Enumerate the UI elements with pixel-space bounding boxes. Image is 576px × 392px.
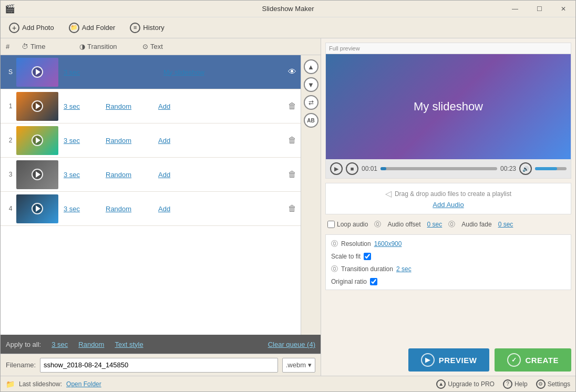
upgrade-button[interactable]: ▲ Upgrade to PRO <box>436 379 495 389</box>
history-label: History <box>143 24 164 32</box>
titlebar: 🎬 Slideshow Maker — ☐ ✕ <box>1 1 575 17</box>
slide-thumb-2 <box>16 126 58 155</box>
slide-transition-2[interactable]: Random <box>106 137 158 145</box>
apply-text-style[interactable]: Text style <box>115 341 143 348</box>
volume-fill <box>535 167 557 170</box>
apply-time[interactable]: 3 sec <box>52 341 68 348</box>
delete-icon-1[interactable]: 🗑 <box>288 101 296 111</box>
shuffle-button[interactable]: ⇄ <box>304 95 318 110</box>
minimize-button[interactable]: — <box>503 1 527 17</box>
resolution-value[interactable]: 1600x900 <box>374 240 402 247</box>
audio-section: ◁ Drag & drop audio files to create a pl… <box>325 183 571 214</box>
apply-transition[interactable]: Random <box>78 341 104 348</box>
ab-button[interactable]: AB <box>304 113 318 128</box>
title-play-overlay[interactable] <box>32 66 43 78</box>
move-down-button[interactable]: ▼ <box>304 77 318 92</box>
slide-text-1[interactable]: Add <box>158 102 205 110</box>
status-right: ▲ Upgrade to PRO ? Help ⚙ Settings <box>436 379 570 389</box>
preview-slide-title: My slideshow <box>414 100 483 114</box>
transition-duration-label: Transition duration <box>341 265 393 273</box>
audio-fade-value[interactable]: 0 sec <box>498 221 513 228</box>
help-icon: ? <box>503 379 512 389</box>
volume-button[interactable]: 🔊 <box>519 162 532 175</box>
slide-transition-4[interactable]: Random <box>106 205 158 213</box>
eye-icon[interactable]: 👁 <box>288 67 296 77</box>
open-folder-link[interactable]: Open Folder <box>66 380 101 388</box>
history-button[interactable]: ≡ History <box>127 20 167 35</box>
move-up-button[interactable]: ▲ <box>304 59 318 74</box>
slide-time-2[interactable]: 3 sec <box>64 137 106 145</box>
preview-label-btn: PREVIEW <box>439 356 477 365</box>
delete-icon-2[interactable]: 🗑 <box>288 136 296 145</box>
volume-bar[interactable] <box>535 167 567 170</box>
col-transition[interactable]: ◑ Transition <box>79 43 142 50</box>
col-text[interactable]: ⊙ Text <box>142 43 195 50</box>
title-text-col: My slideshow <box>163 68 211 76</box>
settings-label: Settings <box>548 380 570 388</box>
slide-text-3[interactable]: Add <box>158 171 205 179</box>
slide-text-2[interactable]: Add <box>158 137 205 145</box>
add-folder-button[interactable]: 📁 Add Folder <box>66 20 119 35</box>
delete-icon-3[interactable]: 🗑 <box>288 170 296 179</box>
slide-text-4[interactable]: Add <box>158 205 205 213</box>
add-audio-link[interactable]: Add Audio <box>331 201 565 209</box>
play-overlay-2[interactable] <box>32 135 43 146</box>
slide-transition-1[interactable]: Random <box>106 102 158 110</box>
transition-icon: ◑ <box>79 43 85 50</box>
slide-time-3[interactable]: 3 sec <box>64 171 106 179</box>
progress-bar[interactable] <box>380 167 497 170</box>
help-button[interactable]: ? Help <box>503 379 528 389</box>
scale-to-fit-row: Scale to fit <box>331 252 448 261</box>
play-triangle <box>36 69 40 75</box>
left-panel: # ⏱ Time ◑ Transition ⊙ Text S <box>1 38 321 376</box>
delete-icon-4[interactable]: 🗑 <box>288 204 296 213</box>
scale-to-fit-checkbox[interactable] <box>364 253 371 260</box>
settings-button[interactable]: ⚙ Settings <box>536 379 570 389</box>
clear-queue[interactable]: Clear queue (4) <box>268 341 315 348</box>
play-button[interactable]: ▶ <box>330 162 343 175</box>
transition-help[interactable]: ⓪ <box>331 264 338 274</box>
table-row: 1 3 sec Random Add 🗑 <box>1 89 301 123</box>
title-slide-row: S 3 sec My slideshow 👁 <box>1 55 301 89</box>
create-button[interactable]: ✓ CREATE <box>495 348 571 372</box>
slide-num-4: 4 <box>5 205 16 212</box>
stop-button[interactable]: ■ <box>346 162 358 175</box>
ratio-label: Original ratio <box>331 278 367 285</box>
ext-dropdown[interactable]: .webm ▾ <box>282 358 315 373</box>
col-time[interactable]: ⏱ Time <box>22 43 79 50</box>
upgrade-icon: ▲ <box>436 379 446 389</box>
right-panel: Full preview My slideshow ▶ ■ 00:01 00:2… <box>321 38 575 376</box>
transition-duration-value[interactable]: 2 sec <box>396 265 412 273</box>
close-button[interactable]: ✕ <box>551 1 575 17</box>
resolution-row: ⓪ Resolution 1600x900 <box>331 238 448 250</box>
original-ratio-checkbox[interactable] <box>370 278 377 285</box>
resolution-label: Resolution <box>341 240 371 247</box>
play-overlay-3[interactable] <box>32 169 43 180</box>
preview-label: Full preview <box>326 43 571 54</box>
maximize-button[interactable]: ☐ <box>527 1 551 17</box>
play-overlay-1[interactable] <box>32 100 43 112</box>
audio-fade-help[interactable]: ⓪ <box>448 220 455 229</box>
settings-icon: ⚙ <box>536 379 546 389</box>
audio-drop-area[interactable]: ◁ Drag & drop audio files to create a pl… <box>331 189 565 199</box>
resolution-help[interactable]: ⓪ <box>331 239 338 249</box>
main-area: # ⏱ Time ◑ Transition ⊙ Text S <box>1 38 575 376</box>
slide-transition-3[interactable]: Random <box>106 171 158 179</box>
toolbar: + Add Photo 📁 Add Folder ≡ History <box>1 17 575 38</box>
audio-offset-help[interactable]: ⓪ <box>374 220 381 229</box>
slide-time-1[interactable]: 3 sec <box>64 102 106 110</box>
audio-offset-value[interactable]: 0 sec <box>427 221 443 228</box>
title-text-link[interactable]: My slideshow <box>163 68 204 76</box>
preview-button[interactable]: ▶ PREVIEW <box>408 348 490 372</box>
slide-time-4[interactable]: 3 sec <box>64 205 106 213</box>
filename-input[interactable] <box>40 358 278 373</box>
loop-audio-checkbox[interactable] <box>327 221 335 228</box>
play-overlay-4[interactable] <box>32 203 43 214</box>
title-time[interactable]: 3 sec <box>64 68 106 76</box>
audio-drop-text: Drag & drop audio files to create a play… <box>395 190 511 198</box>
apply-footer: Apply to all: 3 sec Random Text style Cl… <box>1 335 321 354</box>
video-controls: ▶ ■ 00:01 00:23 🔊 <box>326 159 571 178</box>
app-icon: 🎬 <box>5 4 15 14</box>
add-photo-button[interactable]: + Add Photo <box>6 20 57 35</box>
col-hash: # <box>6 43 22 50</box>
